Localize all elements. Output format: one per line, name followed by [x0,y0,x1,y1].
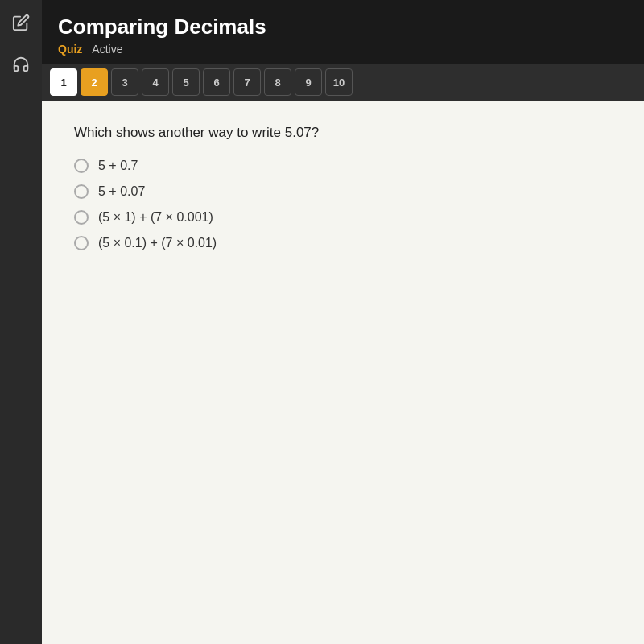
tab-btn-8[interactable]: 8 [264,68,291,96]
active-label: Active [92,43,122,56]
option-item-3[interactable]: (5 × 1) + (7 × 0.001) [74,210,612,225]
content-area: Which shows another way to write 5.07? 5… [42,101,644,644]
header: Comparing Decimals Quiz Active [42,0,644,64]
sidebar [0,0,42,644]
main-content: Comparing Decimals Quiz Active 123456789… [42,0,644,644]
option-item-1[interactable]: 5 + 0.7 [74,159,612,173]
tab-btn-9[interactable]: 9 [295,68,322,96]
pencil-icon[interactable] [6,8,35,37]
tab-btn-2[interactable]: 2 [80,68,108,96]
option-label-1: 5 + 0.7 [98,159,138,173]
tab-btn-4[interactable]: 4 [142,68,169,96]
option-radio-1 [74,159,89,173]
options-list: 5 + 0.75 + 0.07(5 × 1) + (7 × 0.001)(5 ×… [74,159,612,250]
tab-btn-5[interactable]: 5 [172,68,200,96]
option-item-2[interactable]: 5 + 0.07 [74,184,612,199]
option-radio-3 [74,210,89,225]
header-meta: Quiz Active [58,43,628,56]
option-label-4: (5 × 0.1) + (7 × 0.01) [98,236,217,250]
quiz-label: Quiz [58,43,82,56]
option-radio-4 [74,236,89,250]
tab-btn-10[interactable]: 10 [325,68,353,96]
headphones-icon[interactable] [6,50,35,79]
question-text: Which shows another way to write 5.07? [74,125,612,141]
option-radio-2 [74,184,89,199]
tab-btn-6[interactable]: 6 [203,68,230,96]
option-label-3: (5 × 1) + (7 × 0.001) [98,210,213,225]
option-label-2: 5 + 0.07 [98,184,145,199]
question-tabs-bar: 12345678910 [42,64,644,101]
option-item-4[interactable]: (5 × 0.1) + (7 × 0.01) [74,236,612,250]
tab-btn-7[interactable]: 7 [233,68,261,96]
tab-btn-1[interactable]: 1 [50,68,77,96]
tab-btn-3[interactable]: 3 [111,68,138,96]
page-title: Comparing Decimals [58,14,628,39]
